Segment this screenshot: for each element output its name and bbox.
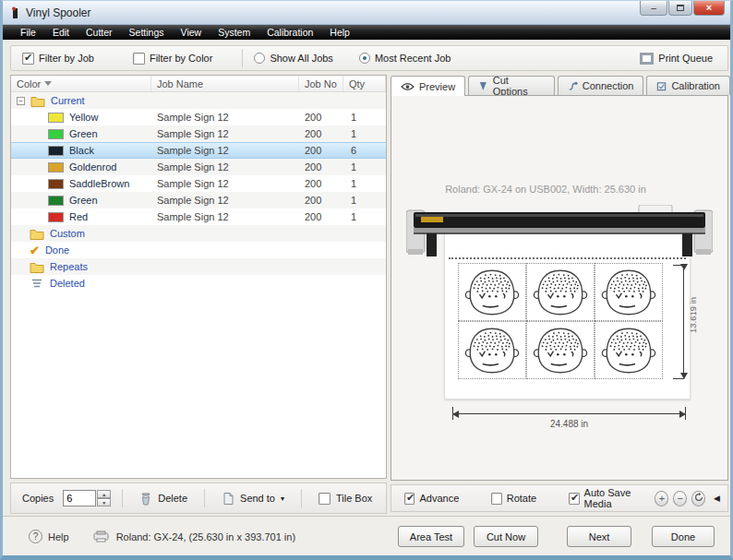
zoom-out-button[interactable]: − — [673, 491, 687, 506]
copies-input[interactable] — [63, 490, 96, 506]
tab-calibration[interactable]: Calibration — [646, 76, 730, 95]
menu-bar: File Edit Cutter Settings View System Ca… — [3, 25, 730, 40]
pan-left-icon[interactable]: ◀ — [714, 494, 720, 503]
tree-item-repeats-label: Repeats — [50, 261, 88, 272]
menu-edit[interactable]: Edit — [44, 26, 78, 39]
tab-cut-options-label: Cut Options — [493, 75, 545, 97]
table-row[interactable]: SaddleBrown Sample Sign 12 200 1 — [11, 175, 386, 192]
menu-help[interactable]: Help — [321, 26, 358, 39]
close-button[interactable]: × — [693, 1, 725, 16]
maximize-button[interactable] — [668, 1, 692, 16]
column-qty[interactable]: Qty — [343, 76, 386, 91]
row-job-name: Sample Sign 12 — [151, 128, 299, 139]
print-queue-label: Print Queue — [658, 53, 713, 64]
most-recent-job-label: Most Recent Job — [375, 53, 451, 64]
tab-calibration-label: Calibration — [671, 80, 720, 91]
most-recent-job-radio[interactable] — [359, 53, 370, 64]
rotate-label: Rotate — [507, 493, 536, 504]
job-list-panel: Color Job Name Job No Qty − Current Yell… — [10, 75, 387, 479]
copies-stepper[interactable]: ▲▼ — [97, 490, 111, 506]
done-button[interactable]: Done — [652, 526, 715, 547]
tree-item-custom[interactable]: Custom — [11, 225, 386, 242]
collapse-icon[interactable]: − — [17, 97, 25, 105]
cut-job-face — [526, 321, 595, 379]
eye-icon — [401, 82, 415, 91]
step-down-icon[interactable]: ▼ — [97, 498, 111, 506]
show-all-jobs-option[interactable]: Show All Jobs — [254, 53, 332, 64]
tile-box-checkbox[interactable] — [318, 493, 330, 505]
deleted-icon — [30, 278, 44, 290]
help-icon[interactable]: ? — [29, 530, 42, 543]
print-queue-option[interactable]: Print Queue — [640, 53, 713, 65]
tree-item-repeats[interactable]: Repeats — [11, 258, 386, 275]
send-to-icon — [222, 492, 234, 506]
filter-by-job-option[interactable]: Filter by Job — [22, 53, 94, 65]
filterbar-divider — [242, 49, 243, 67]
help-label[interactable]: Help — [48, 531, 69, 542]
row-job-name: Sample Sign 12 — [151, 145, 299, 156]
table-row[interactable]: Red Sample Sign 12 200 1 — [11, 209, 386, 225]
send-to-button[interactable]: Send to ▾ — [216, 489, 290, 508]
show-all-jobs-radio[interactable] — [254, 53, 265, 64]
blade-icon — [478, 81, 488, 91]
column-job-no[interactable]: Job No — [299, 76, 343, 91]
zoom-in-button[interactable]: + — [655, 491, 668, 506]
cut-now-button[interactable]: Cut Now — [474, 526, 538, 547]
row-color-name: Goldenrod — [69, 161, 116, 173]
tree-item-deleted[interactable]: Deleted — [11, 275, 386, 292]
next-button[interactable]: Next — [567, 526, 631, 547]
tab-preview[interactable]: Preview — [391, 76, 465, 96]
preview-tabs: Preview Cut Options Connection Calibrati… — [391, 76, 730, 95]
table-row[interactable]: Green Sample Sign 12 200 1 — [11, 192, 386, 209]
column-job-name[interactable]: Job Name — [151, 76, 299, 91]
column-color[interactable]: Color — [11, 76, 151, 91]
menu-cutter[interactable]: Cutter — [78, 26, 121, 39]
tab-cut-options[interactable]: Cut Options — [468, 76, 555, 95]
menu-view[interactable]: View — [173, 26, 210, 39]
tree-item-done[interactable]: ✔ Done — [11, 242, 386, 258]
delete-button[interactable]: Delete — [134, 489, 193, 508]
row-color-name: Black — [69, 145, 94, 156]
tab-connection[interactable]: Connection — [558, 76, 644, 95]
color-swatch — [48, 146, 64, 156]
send-to-label: Send to — [240, 493, 275, 504]
filter-by-job-label: Filter by Job — [39, 53, 94, 64]
row-job-no: 200 — [299, 128, 343, 139]
table-row-selected[interactable]: Black Sample Sign 12 200 6 — [11, 142, 386, 159]
tab-preview-label: Preview — [419, 81, 455, 92]
cut-job-face — [458, 321, 526, 379]
menu-system[interactable]: System — [210, 26, 258, 39]
menu-settings[interactable]: Settings — [121, 26, 173, 39]
title-bar: Vinyl Spooler – × — [3, 1, 730, 25]
area-test-button[interactable]: Area Test — [398, 526, 464, 547]
advance-label: Advance — [419, 493, 459, 504]
app-icon — [10, 6, 21, 19]
tab-connection-label: Connection — [583, 80, 634, 91]
row-job-no: 200 — [299, 195, 343, 206]
rotate-checkbox[interactable] — [491, 493, 501, 505]
most-recent-job-option[interactable]: Most Recent Job — [359, 53, 451, 64]
tile-box-option[interactable]: Tile Box — [313, 490, 378, 507]
filter-by-color-option[interactable]: Filter by Color — [133, 53, 212, 65]
table-row[interactable]: Goldenrod Sample Sign 12 200 1 — [11, 159, 386, 175]
menu-calibration[interactable]: Calibration — [258, 26, 321, 39]
folder-icon — [30, 228, 44, 240]
minimize-button[interactable]: – — [640, 1, 667, 16]
job-list-header: Color Job Name Job No Qty — [11, 76, 386, 92]
zoom-reset-button[interactable] — [691, 491, 705, 506]
table-row[interactable]: Yellow Sample Sign 12 200 1 — [11, 109, 386, 125]
auto-save-media-checkbox[interactable] — [569, 493, 579, 505]
trash-icon — [139, 492, 152, 506]
filter-by-color-checkbox[interactable] — [133, 53, 145, 65]
tree-item-current[interactable]: − Current — [11, 92, 386, 109]
step-up-icon[interactable]: ▲ — [97, 490, 111, 498]
done-check-icon: ✔ — [30, 244, 40, 257]
filter-by-job-checkbox[interactable] — [22, 53, 34, 65]
menu-file[interactable]: File — [12, 26, 44, 39]
copies-label: Copies — [22, 493, 54, 504]
print-queue-icon[interactable] — [640, 53, 654, 65]
table-row[interactable]: Green Sample Sign 12 200 1 — [11, 125, 386, 142]
color-swatch — [48, 179, 64, 189]
tree-item-deleted-label: Deleted — [50, 278, 85, 289]
advance-checkbox[interactable] — [404, 493, 415, 505]
